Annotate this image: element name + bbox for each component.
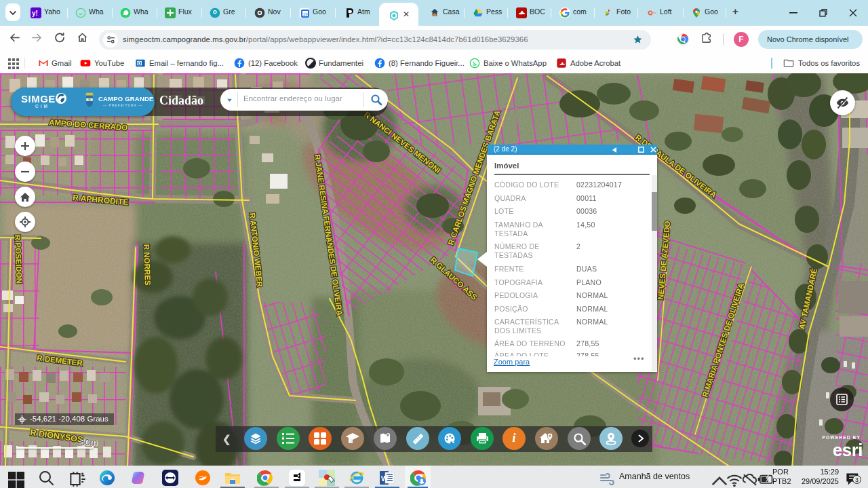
svg-text:W: W bbox=[381, 474, 389, 483]
svg-text:y!: y! bbox=[32, 10, 38, 17]
svg-text:R NORRES: R NORRES bbox=[142, 244, 152, 286]
svg-text:29: 29 bbox=[303, 12, 308, 16]
svg-text:R POSEIDON: R POSEIDON bbox=[14, 235, 24, 284]
